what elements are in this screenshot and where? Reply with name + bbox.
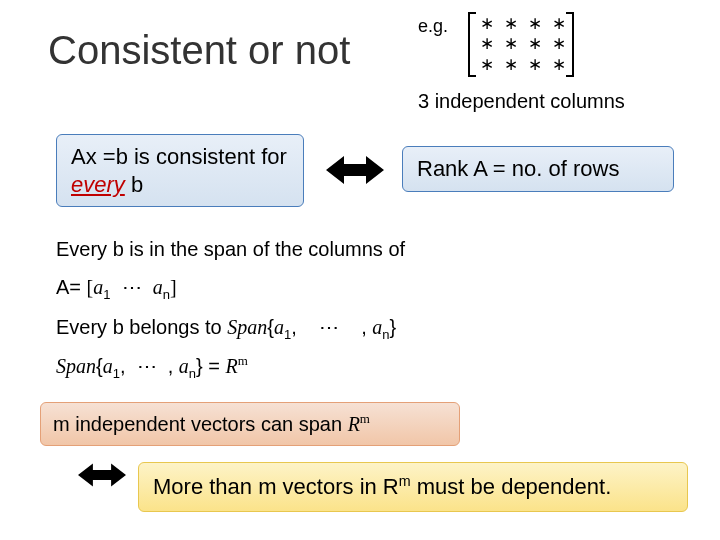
line-span-columns: Every b is in the span of the columns of (56, 230, 405, 268)
example-label: e.g. (418, 16, 448, 37)
line-a-definition: A= [a1 ⋯ an] (56, 268, 405, 308)
page-title: Consistent or not (48, 28, 350, 73)
statement-box-consistent: Ax =b is consistent for every b (56, 134, 304, 207)
line-span-eq-rm: Span{a1, ⋯ , an} = Rm (56, 347, 405, 387)
statement-box-dependent: More than m vectors in Rm must be depend… (138, 462, 688, 512)
matrix-caption: 3 independent columns (418, 90, 625, 113)
double-arrow-icon (78, 458, 126, 492)
body-text: Every b is in the span of the columns of… (56, 230, 405, 387)
example-matrix: ∗∗∗∗ ∗∗∗∗ ∗∗∗∗ (468, 12, 574, 77)
statement-box-rank: Rank A = no. of rows (402, 146, 674, 192)
svg-marker-1 (78, 463, 126, 486)
line-span-set: Every b belongs to Span{a1, ⋯ , an} (56, 308, 405, 348)
svg-marker-0 (326, 156, 384, 184)
double-arrow-icon (326, 150, 384, 190)
statement-box-span-rm: m independent vectors can span Rm (40, 402, 460, 446)
